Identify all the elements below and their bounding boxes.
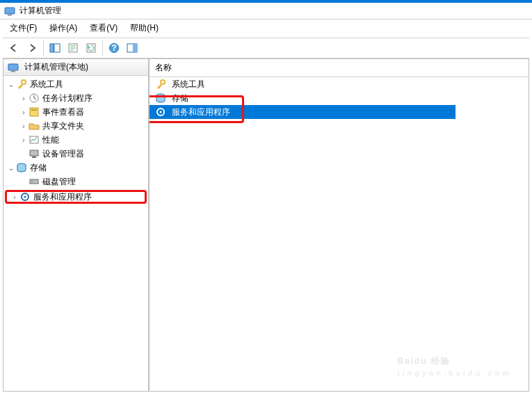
menubar: 文件(F) 操作(A) 查看(V) 帮助(H) [0, 19, 532, 36]
svg-rect-2 [50, 44, 54, 52]
list-item-label: 系统工具 [172, 79, 205, 90]
watermark-sub: jingyan.baidu.com [397, 369, 512, 377]
storage-icon [16, 162, 27, 173]
list-item-services-apps[interactable]: 服务和应用程序 [150, 105, 456, 119]
details-button[interactable] [124, 40, 140, 56]
back-arrow-icon [8, 42, 19, 54]
refresh-button[interactable] [83, 40, 99, 56]
list-item-system-tools[interactable]: 系统工具 [150, 77, 529, 91]
list-item-label: 存储 [172, 93, 188, 104]
tree-label: 事件查看器 [42, 106, 84, 118]
help-icon: ? [108, 42, 120, 54]
services-icon [19, 191, 31, 202]
details-pane-icon [127, 42, 138, 54]
tree-label: 设备管理器 [42, 148, 84, 160]
tools-icon [16, 79, 27, 90]
tree-label: 系统工具 [30, 79, 63, 90]
chevron-right-icon[interactable]: › [19, 136, 29, 144]
svg-point-21 [31, 181, 33, 182]
svg-rect-1 [8, 15, 12, 16]
tree-node-system-tools[interactable]: ⌄ 系统工具 [3, 77, 148, 91]
column-header-name[interactable]: 名称 [150, 59, 529, 77]
services-icon [155, 106, 166, 118]
watermark-brand: Baidu 经验 [397, 356, 451, 366]
tree-label: 存储 [30, 162, 47, 174]
chevron-right-icon[interactable]: › [19, 95, 29, 102]
computer-management-icon [8, 62, 19, 73]
show-hide-tree-button[interactable] [47, 40, 63, 56]
svg-rect-14 [30, 108, 38, 116]
chevron-right-icon[interactable]: › [10, 193, 19, 201]
tree-root-label: 计算机管理(本地) [24, 61, 88, 73]
tree-label: 共享文件夹 [42, 120, 84, 132]
refresh-icon [86, 42, 97, 54]
tree-node-disk-management[interactable]: 磁盘管理 [3, 175, 148, 189]
tree-node-device-manager[interactable]: 设备管理器 [3, 147, 148, 161]
menu-action[interactable]: 操作(A) [44, 21, 83, 35]
disk-icon [29, 176, 40, 187]
separator [43, 40, 44, 56]
main-content: 计算机管理(本地) ⌄ 系统工具 › 任务计划程序 › 事件查看器 › 共享文件… [3, 58, 529, 392]
clock-icon [29, 93, 40, 104]
svg-rect-18 [32, 157, 36, 158]
tree-label: 任务计划程序 [42, 93, 92, 104]
svg-point-12 [22, 80, 26, 84]
svg-rect-17 [30, 150, 38, 156]
tools-icon [155, 79, 166, 90]
shared-folder-icon [29, 120, 40, 131]
computer-management-icon [4, 6, 15, 17]
chevron-down-icon[interactable]: ⌄ [6, 164, 16, 172]
performance-icon [29, 134, 40, 145]
tree-panel: 计算机管理(本地) ⌄ 系统工具 › 任务计划程序 › 事件查看器 › 共享文件… [3, 59, 150, 391]
window-title: 计算机管理 [19, 5, 61, 17]
svg-point-27 [160, 111, 162, 113]
storage-icon [155, 93, 166, 104]
panes-icon [49, 42, 61, 54]
tree-node-shared-folders[interactable]: › 共享文件夹 [3, 119, 148, 133]
svg-text:?: ? [111, 43, 116, 53]
tree-label: 磁盘管理 [42, 176, 76, 188]
chevron-right-icon[interactable]: › [19, 122, 29, 130]
list-item-storage[interactable]: 存储 [150, 91, 529, 105]
tree-node-storage[interactable]: ⌄ 存储 [3, 161, 148, 175]
back-button[interactable] [6, 40, 22, 56]
svg-point-23 [24, 196, 26, 198]
menu-file[interactable]: 文件(F) [4, 21, 42, 35]
svg-point-24 [161, 80, 165, 84]
chevron-down-icon[interactable]: ⌄ [6, 81, 16, 88]
svg-rect-10 [8, 64, 18, 70]
toolbar: ? [3, 38, 529, 58]
forward-arrow-icon [26, 42, 38, 54]
separator [102, 40, 103, 56]
tree-node-task-scheduler[interactable]: › 任务计划程序 [3, 91, 148, 105]
svg-rect-20 [30, 179, 38, 184]
svg-rect-3 [54, 44, 60, 52]
properties-button[interactable] [65, 40, 81, 56]
tree-node-performance[interactable]: › 性能 [3, 133, 148, 147]
list-item-label: 服务和应用程序 [172, 106, 230, 118]
menu-view[interactable]: 查看(V) [84, 21, 123, 35]
detail-panel: 名称 系统工具 存储 服务和应用程序 Baidu 经验 jingyan.baid… [150, 59, 529, 391]
tree-label: 性能 [42, 134, 59, 146]
tree-label: 服务和应用程序 [33, 191, 92, 203]
svg-rect-0 [5, 8, 15, 14]
titlebar: 计算机管理 [0, 0, 532, 19]
help-button[interactable]: ? [106, 40, 122, 56]
tree-node-event-viewer[interactable]: › 事件查看器 [3, 105, 148, 119]
properties-icon [67, 42, 79, 54]
watermark: Baidu 经验 jingyan.baidu.com [397, 346, 512, 377]
tree-root-header[interactable]: 计算机管理(本地) [3, 59, 148, 76]
event-viewer-icon [29, 106, 40, 118]
chevron-right-icon[interactable]: › [19, 109, 29, 116]
device-manager-icon [29, 148, 40, 159]
tree-node-services-apps[interactable]: › 服务和应用程序 [5, 190, 147, 204]
svg-rect-9 [133, 44, 137, 52]
svg-rect-11 [11, 71, 15, 72]
forward-button[interactable] [24, 40, 40, 56]
menu-help[interactable]: 帮助(H) [124, 21, 164, 35]
svg-rect-15 [31, 109, 37, 111]
